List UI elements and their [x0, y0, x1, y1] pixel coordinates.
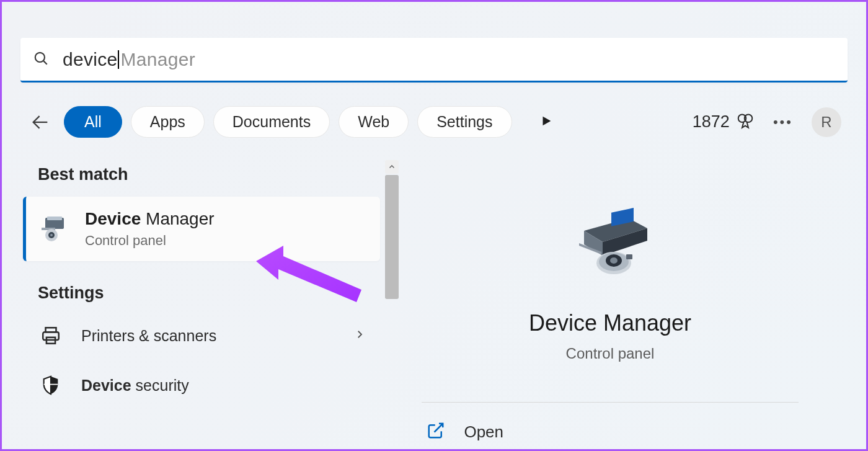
search-typed-text: device — [63, 49, 118, 70]
section-settings: Settings — [20, 270, 383, 315]
svg-rect-13 — [43, 332, 59, 340]
more-options-button[interactable]: ••• — [773, 114, 793, 130]
detail-device-manager-icon — [567, 206, 653, 283]
device-manager-icon — [38, 213, 70, 245]
result-device-manager[interactable]: Device Manager Control panel — [23, 197, 380, 261]
search-input[interactable]: device Manager — [63, 49, 195, 70]
filter-documents[interactable]: Documents — [213, 106, 330, 138]
result-device-security[interactable]: Device security — [20, 356, 383, 406]
text-cursor — [118, 50, 119, 69]
chevron-right-icon — [354, 329, 365, 342]
results-panel: Best match Dev — [20, 160, 383, 442]
filter-all[interactable]: All — [64, 106, 122, 138]
detail-panel: Device Manager Control panel Open — [391, 160, 848, 442]
printers-label: Printers & scanners — [81, 327, 354, 345]
section-best-match: Best match — [20, 160, 383, 197]
printer-icon — [38, 325, 64, 346]
svg-point-11 — [50, 234, 53, 236]
user-avatar[interactable]: R — [812, 107, 841, 137]
more-filters-icon[interactable] — [539, 114, 553, 130]
rewards-points[interactable]: 1872 — [693, 112, 755, 132]
open-label: Open — [464, 422, 503, 442]
filter-web[interactable]: Web — [339, 106, 409, 138]
device-security-label: Device security — [81, 377, 365, 395]
search-suggestion-text: Manager — [121, 49, 196, 70]
svg-point-23 — [610, 257, 618, 264]
scroll-thumb[interactable] — [385, 175, 399, 299]
svg-point-0 — [35, 52, 45, 61]
filter-apps[interactable]: Apps — [131, 106, 205, 138]
result-printers-scanners[interactable]: Printers & scanners — [20, 315, 383, 356]
shield-icon — [38, 375, 64, 396]
svg-rect-24 — [626, 254, 632, 259]
svg-marker-3 — [542, 116, 551, 125]
result-subtitle: Control panel — [85, 233, 215, 249]
avatar-initial: R — [821, 114, 831, 131]
back-button[interactable] — [27, 109, 54, 136]
scroll-up-button[interactable] — [385, 160, 399, 174]
search-bar[interactable]: device Manager — [20, 38, 848, 83]
result-title: Device Manager — [85, 209, 215, 229]
medal-icon — [736, 113, 755, 132]
open-external-icon — [427, 421, 445, 442]
filter-row: All Apps Documents Web Settings 1872 •••… — [20, 106, 848, 138]
filter-settings[interactable]: Settings — [417, 106, 512, 138]
svg-line-1 — [43, 61, 47, 65]
svg-line-25 — [435, 424, 443, 432]
detail-subtitle: Control panel — [566, 345, 655, 362]
search-icon — [33, 50, 63, 69]
svg-rect-7 — [47, 217, 62, 220]
detail-title: Device Manager — [529, 310, 691, 336]
rewards-points-value: 1872 — [693, 112, 730, 132]
action-open[interactable]: Open — [422, 403, 798, 442]
scrollbar[interactable] — [385, 160, 399, 433]
